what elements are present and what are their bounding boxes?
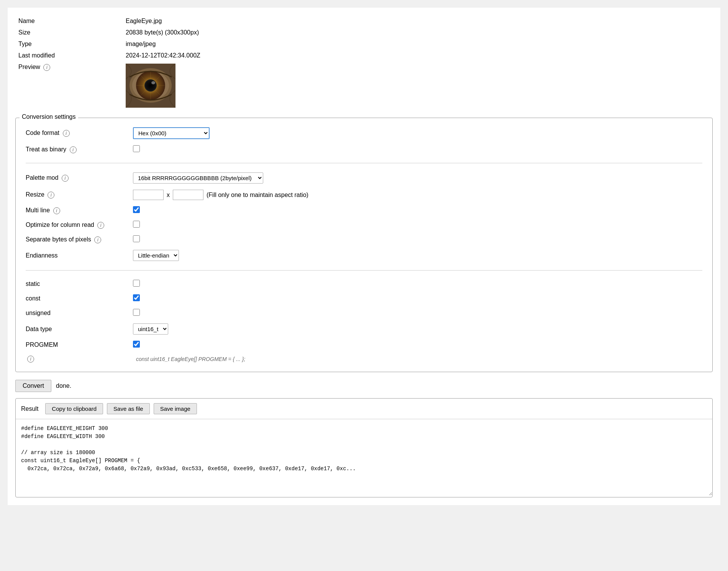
separate-bytes-checkbox[interactable] xyxy=(133,235,140,242)
svg-point-10 xyxy=(151,81,155,84)
progmem-label-cell: PROGMEM xyxy=(23,338,131,352)
resize-y-input[interactable] xyxy=(173,190,203,200)
const-label: const xyxy=(26,295,40,302)
resize-row: x (Fill only one to maintain aspect rati… xyxy=(133,190,702,200)
treat-as-binary-info-icon[interactable]: i xyxy=(70,146,77,153)
treat-as-binary-label: Treat as binary xyxy=(26,146,66,153)
formula-info-cell: i xyxy=(23,352,131,366)
endianness-label: Endianness xyxy=(26,252,58,259)
separate-bytes-label: Separate bytes of pixels xyxy=(26,236,91,243)
copy-to-clipboard-button[interactable]: Copy to clipboard xyxy=(45,403,103,414)
code-format-select-cell: Hex (0x00) Decimal Binary Octal xyxy=(131,124,705,142)
treat-as-binary-label-cell: Treat as binary i xyxy=(23,142,131,157)
palette-mod-select-cell: 16bit RRRRRGGGGGGBBBBB (2byte/pixel) 8bi… xyxy=(131,169,705,187)
multi-line-label-cell: Multi line i xyxy=(23,203,131,218)
progmem-label: PROGMEM xyxy=(26,341,58,348)
eye-svg xyxy=(126,64,175,108)
multi-line-checkbox[interactable] xyxy=(133,206,140,213)
resize-label: Resize xyxy=(26,191,44,198)
type-label: Type xyxy=(15,38,123,50)
const-checkbox[interactable] xyxy=(133,294,140,301)
separate-bytes-label-cell: Separate bytes of pixels i xyxy=(23,232,131,247)
formula-info-icon[interactable]: i xyxy=(27,356,34,363)
data-type-label-cell: Data type xyxy=(23,320,131,338)
type-value: image/jpeg xyxy=(123,38,713,50)
data-type-label: Data type xyxy=(26,326,52,332)
progmem-cell xyxy=(131,338,705,352)
unsigned-cell xyxy=(131,306,705,320)
resize-cell: x (Fill only one to maintain aspect rati… xyxy=(131,187,705,203)
palette-mod-info-icon[interactable]: i xyxy=(62,175,69,182)
resize-x-input[interactable] xyxy=(133,190,164,200)
treat-as-binary-checkbox[interactable] xyxy=(133,145,140,152)
resize-label-cell: Resize i xyxy=(23,187,131,203)
endianness-label-cell: Endianness xyxy=(23,247,131,264)
palette-mod-label-cell: Palette mod i xyxy=(23,169,131,187)
unsigned-checkbox[interactable] xyxy=(133,309,140,316)
name-value: EagleEye.jpg xyxy=(123,15,713,27)
static-checkbox[interactable] xyxy=(133,280,140,287)
last-modified-value: 2024-12-12T02:42:34.000Z xyxy=(123,50,713,61)
treat-as-binary-cell xyxy=(131,142,705,157)
size-value: 20838 byte(s) (300x300px) xyxy=(123,27,713,38)
result-fieldset: Result Copy to clipboard Save as file Sa… xyxy=(15,398,713,497)
optimize-column-label-cell: Optimize for column read i xyxy=(23,218,131,232)
multi-line-cell xyxy=(131,203,705,218)
result-legend: Result xyxy=(21,405,41,412)
multi-line-info-icon[interactable]: i xyxy=(53,207,60,214)
convert-row: Convert done. xyxy=(15,380,713,392)
code-format-info-icon[interactable]: i xyxy=(63,130,70,137)
formula-preview: const uint16_t EagleEye[] PROGMEM = { ..… xyxy=(133,354,248,364)
formula-preview-cell: const uint16_t EagleEye[] PROGMEM = { ..… xyxy=(131,352,705,366)
palette-mod-label: Palette mod xyxy=(26,174,58,181)
name-label: Name xyxy=(15,15,123,27)
resize-info-icon[interactable]: i xyxy=(48,192,54,199)
main-container: Name EagleEye.jpg Size 20838 byte(s) (30… xyxy=(8,8,720,505)
data-type-select[interactable]: uint16_t uint8_t int16_t int8_t xyxy=(133,323,168,335)
optimize-column-label: Optimize for column read xyxy=(26,222,94,228)
unsigned-label-cell: unsigned xyxy=(23,306,131,320)
convert-status: done. xyxy=(56,382,71,389)
progmem-checkbox[interactable] xyxy=(133,341,140,348)
preview-info-icon[interactable]: i xyxy=(43,64,50,71)
optimize-column-cell xyxy=(131,218,705,232)
static-cell xyxy=(131,277,705,291)
separate-bytes-cell xyxy=(131,232,705,247)
preview-text: Preview xyxy=(18,64,40,70)
const-label-cell: const xyxy=(23,291,131,306)
save-as-file-button[interactable]: Save as file xyxy=(107,403,150,414)
endianness-select[interactable]: Little-endian Big-endian xyxy=(133,250,179,261)
const-cell xyxy=(131,291,705,306)
svg-point-9 xyxy=(144,79,157,92)
resize-hint: (Fill only one to maintain aspect ratio) xyxy=(207,192,308,199)
result-header: Result Copy to clipboard Save as file Sa… xyxy=(16,399,712,419)
endianness-select-cell: Little-endian Big-endian xyxy=(131,247,705,264)
file-info-table: Name EagleEye.jpg Size 20838 byte(s) (30… xyxy=(15,15,713,110)
save-image-button[interactable]: Save image xyxy=(154,403,197,414)
settings-table: Code format i Hex (0x00) Decimal Binary … xyxy=(23,124,705,366)
code-format-select[interactable]: Hex (0x00) Decimal Binary Octal xyxy=(133,127,210,139)
preview-image xyxy=(126,64,175,108)
convert-button[interactable]: Convert xyxy=(15,380,51,392)
last-modified-label: Last modified xyxy=(15,50,123,61)
optimize-column-checkbox[interactable] xyxy=(133,221,140,228)
multi-line-label: Multi line xyxy=(26,207,50,213)
static-label: static xyxy=(26,281,40,287)
conversion-settings-box: Conversion settings Code format i Hex (0… xyxy=(15,118,713,372)
resize-separator: x xyxy=(167,192,170,199)
data-type-select-cell: uint16_t uint8_t int16_t int8_t xyxy=(131,320,705,338)
preview-cell xyxy=(123,61,713,110)
size-label: Size xyxy=(15,27,123,38)
code-format-label-cell: Code format i xyxy=(23,124,131,142)
unsigned-label: unsigned xyxy=(26,310,51,316)
optimize-column-info-icon[interactable]: i xyxy=(97,222,104,229)
separate-bytes-info-icon[interactable]: i xyxy=(94,236,101,243)
code-format-label: Code format xyxy=(26,130,59,136)
code-output-textarea[interactable] xyxy=(16,419,712,496)
conversion-settings-legend: Conversion settings xyxy=(20,113,78,120)
static-label-cell: static xyxy=(23,277,131,291)
palette-mod-select[interactable]: 16bit RRRRRGGGGGGBBBBB (2byte/pixel) 8bi… xyxy=(133,172,263,184)
preview-label: Preview i xyxy=(15,61,123,110)
